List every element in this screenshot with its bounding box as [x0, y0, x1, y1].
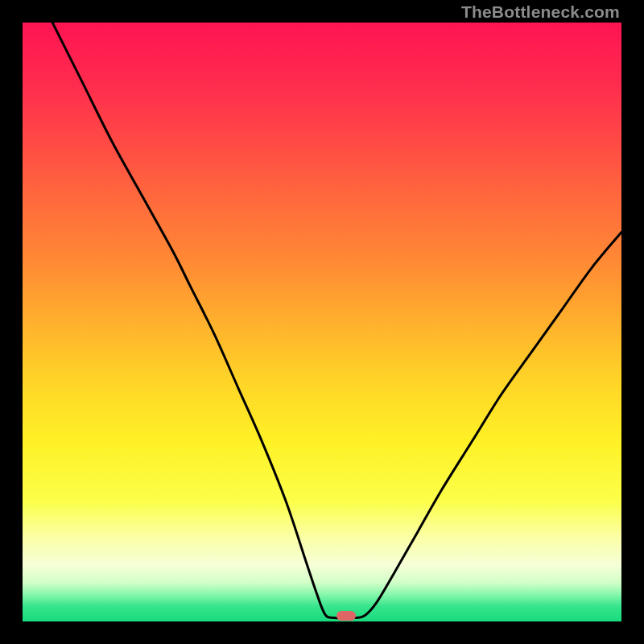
- watermark-text: TheBottleneck.com: [461, 2, 620, 22]
- optimal-marker: [336, 611, 356, 621]
- bottleneck-curve: [52, 23, 621, 618]
